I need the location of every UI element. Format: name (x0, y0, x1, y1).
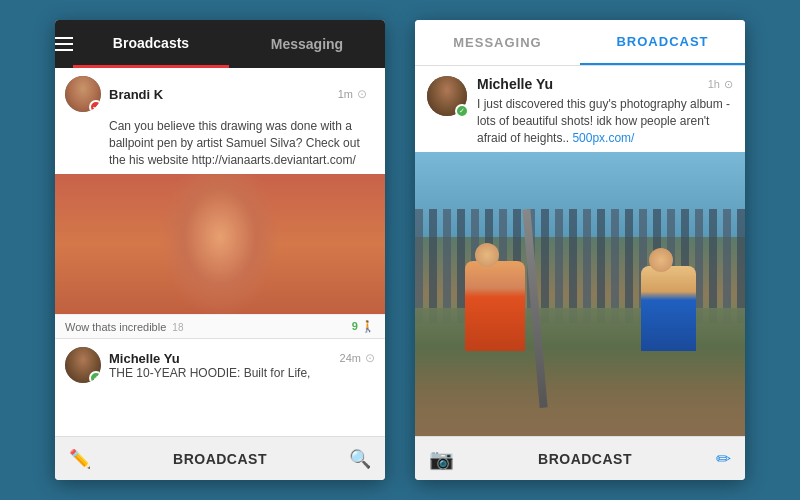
edit-icon-right[interactable]: ✏ (716, 448, 731, 470)
right-content: ✓ Michelle Yu 1h ⊙ I just discovered thi… (415, 66, 745, 436)
right-post-image[interactable] (415, 152, 745, 436)
username-brandi: Brandi K (109, 87, 163, 102)
post2-meta: Michelle Yu 24m ⊙ THE 10-YEAR HOODIE: Bu… (109, 351, 375, 380)
verified-badge-2: ✓ (89, 371, 101, 383)
post-time-2: 24m ⊙ (340, 351, 375, 365)
clock-icon-1: ⊙ (357, 87, 367, 101)
post2-text: THE 10-YEAR HOODIE: Built for Life, (109, 366, 375, 380)
post-header-1: − Brandi K 1m ⊙ (55, 68, 385, 116)
post-likes: 9 🚶 (352, 320, 375, 333)
avatar-michelle-right: ✓ (427, 76, 467, 116)
username-michelle-left: Michelle Yu (109, 351, 180, 366)
avatar-michelle-left: ✓ (65, 347, 101, 383)
right-post-text: I just discovered this guy's photography… (477, 96, 733, 146)
left-bottom-label: BROADCAST (91, 451, 349, 467)
tab-messaging-left[interactable]: Messaging (229, 22, 385, 66)
right-phone: MESSAGING BROADCAST ✓ Michelle Yu 1h ⊙ (415, 20, 745, 480)
right-bottom-bar: 📷 BROADCAST ✏ (415, 436, 745, 480)
selfie-visual (415, 152, 745, 436)
avatar-brandi: − (65, 76, 101, 112)
left-phone: Broadcasts Messaging − Brandi K 1m (55, 20, 385, 480)
post-text-1: Can you believe this drawing was done wi… (55, 116, 385, 174)
tab-broadcast-right[interactable]: BROADCAST (580, 20, 745, 65)
person-left (465, 261, 525, 351)
person-right (641, 266, 696, 351)
post-card-1: − Brandi K 1m ⊙ Can you believe this dra… (55, 68, 385, 339)
right-post-time: 1h ⊙ (708, 78, 733, 91)
hamburger-menu[interactable] (55, 37, 73, 51)
post-link[interactable]: 500px.com/ (572, 131, 634, 145)
camera-icon[interactable]: 📷 (429, 447, 454, 471)
minus-badge: − (89, 100, 101, 112)
post-comment: Wow thats incredible 18 (65, 321, 183, 333)
left-bottom-bar: ✏️ BROADCAST 🔍 (55, 436, 385, 480)
post-time-1: 1m ⊙ (338, 87, 367, 101)
clock-icon-right: ⊙ (724, 78, 733, 91)
right-bottom-label: BROADCAST (454, 451, 716, 467)
post-footer-1: Wow thats incredible 18 9 🚶 (55, 314, 385, 338)
left-top-bar: Broadcasts Messaging (55, 20, 385, 68)
clock-icon-2: ⊙ (365, 351, 375, 365)
pencil-icon[interactable]: ✏️ (69, 448, 91, 470)
right-top-bar: MESSAGING BROADCAST (415, 20, 745, 66)
left-feed: − Brandi K 1m ⊙ Can you believe this dra… (55, 68, 385, 436)
post-image-1[interactable] (55, 174, 385, 314)
right-post-body: Michelle Yu 1h ⊙ I just discovered this … (477, 76, 733, 146)
post-card-2: ✓ Michelle Yu 24m ⊙ THE 10-YEAR HOODIE: … (55, 339, 385, 391)
tab-messaging-right[interactable]: MESSAGING (415, 21, 580, 64)
right-post-header: ✓ Michelle Yu 1h ⊙ I just discovered thi… (415, 66, 745, 152)
verified-badge-right: ✓ (455, 104, 469, 118)
search-icon[interactable]: 🔍 (349, 448, 371, 470)
tab-broadcasts[interactable]: Broadcasts (73, 21, 229, 68)
post-meta-1: Brandi K 1m ⊙ (101, 87, 375, 102)
username-michelle-right: Michelle Yu (477, 76, 553, 92)
